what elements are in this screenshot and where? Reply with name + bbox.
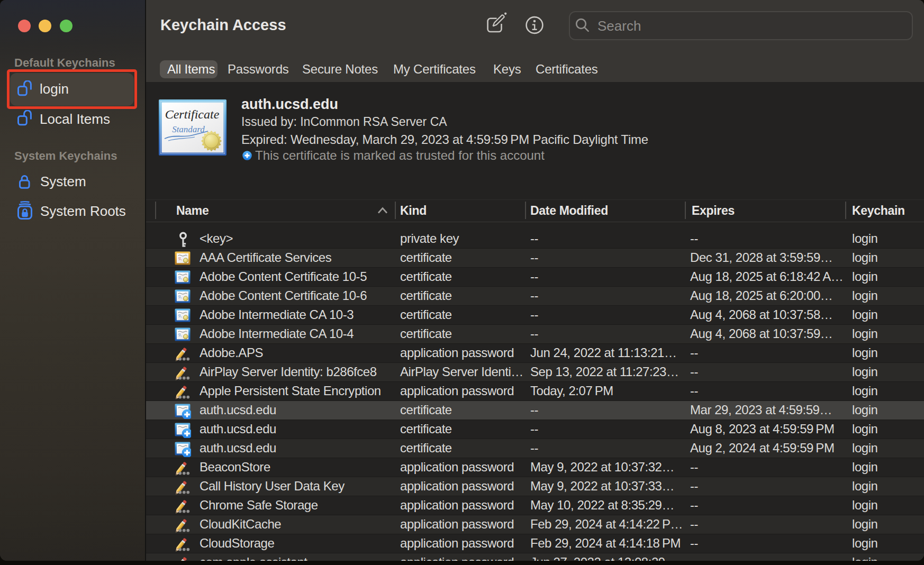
- svg-text:Certificate: Certificate: [165, 107, 220, 121]
